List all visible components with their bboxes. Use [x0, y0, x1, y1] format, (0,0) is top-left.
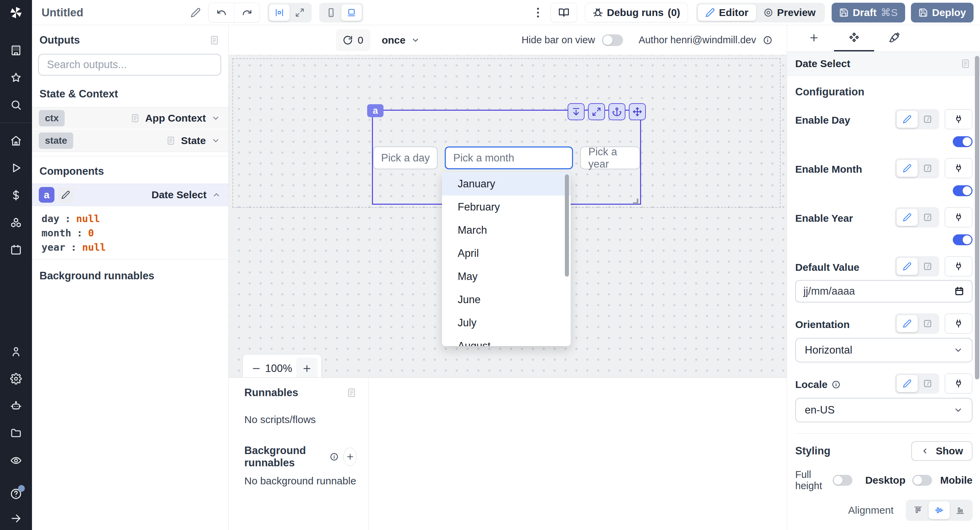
expand-full-button[interactable] — [588, 103, 605, 120]
full-height-toggle[interactable] — [833, 475, 853, 486]
draft-button[interactable]: Draft ⌘S — [832, 3, 905, 22]
sidebar-expand-button[interactable] — [10, 512, 22, 525]
orientation-select[interactable]: Horizontal — [795, 338, 972, 362]
pick-day-input[interactable]: Pick a day — [373, 147, 438, 169]
enable-year-toggle[interactable] — [953, 234, 972, 245]
static-mode-button[interactable] — [897, 375, 918, 392]
fx-mode-button[interactable]: f — [918, 258, 937, 275]
fx-mode-button[interactable]: f — [918, 160, 937, 177]
move-component-button[interactable] — [629, 103, 646, 120]
output-kv-row[interactable]: month:0 — [41, 226, 228, 240]
connect-plug-button[interactable] — [945, 256, 972, 276]
locale-select[interactable]: en-US — [795, 398, 972, 422]
connect-plug-button[interactable] — [945, 373, 972, 394]
doc-icon[interactable] — [347, 388, 356, 398]
month-option[interactable]: July — [442, 311, 571, 334]
refresh-count-button[interactable]: 0 — [336, 29, 370, 51]
static-mode-button[interactable] — [897, 258, 918, 275]
default-value-date-input[interactable]: jj/mm/aaaa — [795, 280, 972, 302]
search-outputs-input[interactable] — [38, 54, 221, 76]
preview-tab[interactable]: Preview — [756, 5, 823, 21]
docs-button[interactable] — [550, 3, 577, 22]
sidebar-item-folders[interactable] — [10, 427, 22, 439]
desktop-style-toggle[interactable] — [912, 475, 932, 486]
pick-year-input[interactable]: Pick a year — [580, 147, 640, 169]
sidebar-item-variables[interactable] — [10, 189, 22, 201]
static-mode-button[interactable] — [897, 209, 918, 226]
fullscreen-canvas-button[interactable] — [290, 5, 310, 21]
chevron-down-icon[interactable] — [211, 136, 220, 145]
info-icon[interactable] — [763, 35, 772, 45]
resize-handle[interactable] — [633, 199, 638, 204]
rename-app-icon[interactable] — [191, 8, 201, 18]
align-top-button[interactable] — [907, 501, 929, 519]
static-mode-button[interactable] — [897, 160, 918, 177]
zoom-in-button[interactable] — [296, 358, 318, 378]
ctx-output-row[interactable]: ctx App Context — [32, 107, 228, 129]
redo-button[interactable] — [234, 3, 259, 22]
pick-month-input[interactable]: Pick a month — [445, 147, 573, 169]
panel-scrollbar[interactable] — [975, 56, 979, 380]
fx-mode-button[interactable]: f — [918, 111, 937, 128]
fx-mode-button[interactable]: f — [918, 375, 937, 392]
sidebar-item-search[interactable] — [10, 99, 22, 111]
windmill-logo[interactable] — [0, 0, 32, 25]
undo-button[interactable] — [208, 3, 234, 22]
sidebar-item-favorites[interactable] — [10, 72, 22, 84]
sidebar-item-workspace[interactable] — [10, 44, 22, 57]
edit-component-id-button[interactable] — [58, 187, 73, 203]
align-bottom-button[interactable] — [950, 501, 971, 519]
debug-runs-button[interactable]: Debug runs (0) — [585, 3, 688, 22]
month-option[interactable]: May — [442, 265, 571, 288]
enable-day-toggle[interactable] — [953, 136, 972, 147]
connect-plug-button[interactable] — [945, 158, 972, 179]
month-option[interactable]: April — [442, 242, 571, 265]
show-styling-button[interactable]: Show — [911, 441, 972, 461]
desktop-view-button[interactable] — [341, 5, 362, 21]
month-option[interactable]: March — [442, 219, 571, 242]
app-canvas[interactable]: a Pick a day Pick a month Pick a year Ja… — [229, 55, 787, 377]
month-option[interactable]: January — [442, 172, 571, 196]
editor-tab[interactable]: Editor — [698, 5, 756, 21]
sidebar-item-runs[interactable] — [10, 162, 22, 174]
tab-styling[interactable] — [874, 25, 914, 51]
static-mode-button[interactable] — [897, 111, 918, 128]
sidebar-item-resources[interactable] — [10, 216, 22, 228]
chevron-up-icon[interactable] — [212, 190, 221, 199]
align-center-button[interactable] — [929, 501, 950, 519]
expand-down-button[interactable] — [568, 103, 585, 120]
sidebar-item-users[interactable] — [10, 345, 22, 358]
add-background-runnable-button[interactable] — [343, 448, 356, 466]
static-mode-button[interactable] — [897, 315, 918, 332]
state-output-row[interactable]: state State — [32, 129, 228, 152]
sidebar-item-home[interactable] — [10, 134, 22, 147]
center-canvas-button[interactable] — [269, 5, 290, 21]
month-option[interactable]: August — [442, 334, 571, 346]
chevron-down-icon[interactable] — [211, 114, 220, 123]
tab-insert-component[interactable] — [794, 25, 834, 51]
month-option[interactable]: February — [442, 196, 571, 219]
zoom-out-button[interactable] — [251, 364, 261, 374]
hide-bar-toggle[interactable] — [602, 34, 623, 46]
sidebar-item-audit[interactable] — [10, 454, 22, 467]
fx-mode-button[interactable]: f — [918, 209, 937, 226]
output-kv-row[interactable]: day:null — [41, 212, 228, 226]
sidebar-item-schedules[interactable] — [10, 244, 22, 256]
deploy-button[interactable]: Deploy — [911, 3, 974, 22]
mobile-view-button[interactable] — [321, 5, 341, 21]
connect-plug-button[interactable] — [945, 109, 972, 129]
connect-plug-button[interactable] — [945, 313, 972, 334]
month-option[interactable]: June — [442, 288, 571, 311]
fx-mode-button[interactable]: f — [918, 315, 937, 332]
connect-plug-button[interactable] — [945, 207, 972, 228]
tab-component-settings[interactable] — [834, 25, 874, 51]
sidebar-item-ai[interactable] — [10, 400, 22, 412]
anchor-component-button[interactable] — [608, 103, 625, 120]
enable-month-toggle[interactable] — [953, 185, 972, 196]
output-kv-row[interactable]: year:null — [41, 240, 228, 254]
sidebar-item-settings[interactable] — [10, 373, 22, 385]
sidebar-item-help[interactable] — [10, 488, 22, 500]
doc-icon[interactable] — [209, 35, 220, 45]
doc-icon[interactable] — [960, 59, 970, 69]
more-menu-button[interactable] — [536, 7, 540, 18]
